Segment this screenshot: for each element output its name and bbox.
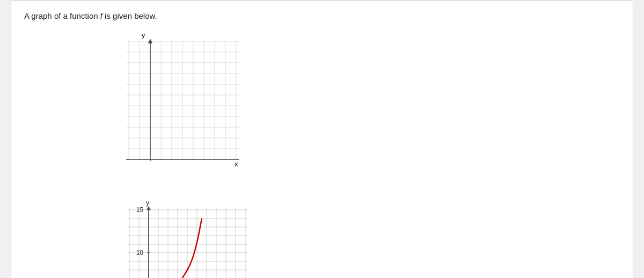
- svg-marker-27: [149, 40, 152, 43]
- svg-marker-61: [147, 206, 151, 210]
- axis-labels: -2 2 4 6 8 10 5 10 15 y x: [127, 199, 250, 278]
- svg-text:y: y: [146, 199, 150, 207]
- intro-text: A graph of a function f is given below.: [24, 11, 620, 20]
- function-curve: [149, 218, 202, 278]
- svg-text:10: 10: [136, 249, 144, 257]
- graph-clean: -2 2 4 6 8 10 5 10 15 y x: [56, 196, 250, 278]
- graph-container: y x: [56, 28, 250, 278]
- function-name: f: [100, 11, 103, 20]
- grid-lines: [128, 208, 247, 278]
- graph-svg: y x: [56, 28, 239, 194]
- y-axis-label: y: [142, 31, 145, 39]
- svg-text:15: 15: [136, 206, 144, 214]
- content-area: y x: [24, 28, 620, 278]
- svg-rect-28: [129, 208, 247, 278]
- grid: [126, 41, 239, 159]
- x-axis-label: x: [235, 160, 238, 168]
- main-card: A graph of a function f is given below. …: [11, 0, 633, 278]
